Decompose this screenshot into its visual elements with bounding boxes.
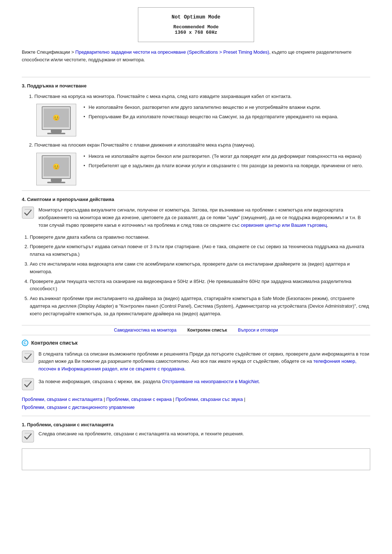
section4-list: Проверете дали двата кабела са правилно …	[22, 234, 370, 318]
section4-list-item-4: Проверете дали текущата честота на скани…	[30, 278, 370, 293]
bullet-item: Не използвайте бензол, разтворител или д…	[83, 104, 338, 111]
section4-list-item-2: Проверете дали компютърът издава сигнал …	[30, 243, 370, 258]
tab-qa[interactable]: Въпроси и отговори	[238, 328, 278, 333]
bullet-item: Препоръчваме Ви да използвате почистващо…	[83, 113, 338, 120]
info-block-2-icon	[22, 378, 34, 390]
intro-text: Вижте Спецификации > Предварително задад…	[22, 49, 370, 70]
section3-item2: 2.Почистване на плоския екран Почиствайт…	[22, 141, 370, 185]
monitor-warning-box: Not Optimum Mode Recommended Mode 1360 x…	[138, 7, 254, 42]
info-block-1: В следната таблица са описани възможните…	[22, 350, 370, 373]
bullet-item: Потребителят ще е задължен да плати всич…	[83, 162, 363, 169]
section3-item2-bullets: Никога не използвайте ацетон бензол или …	[83, 153, 363, 171]
monitor-warning-title: Not Optimum Mode	[160, 14, 232, 20]
install-problems-section: 1. Проблеми, свързани с инсталацията Сле…	[22, 422, 370, 443]
section4-heading: 4. Симптоми и препоръчани действияа	[22, 197, 370, 202]
section-divider-2	[22, 190, 370, 191]
remote-problems-link[interactable]: Проблеми, свързани с дистанционното упра…	[22, 405, 135, 410]
links-row: Проблеми, свързани с инсталацията | Проб…	[22, 395, 370, 411]
bullet-item: Никога не използвайте ацетон бензол или …	[83, 153, 363, 160]
preset-timing-link[interactable]: Предварително зададени честоти на опресн…	[75, 49, 269, 55]
section3: 3. Поддръжка и почистване 1.Почистване н…	[22, 83, 370, 186]
control-list-section: C Контролен списък В следната таблица са…	[22, 340, 370, 443]
monitor-image-2: 😊	[36, 153, 76, 185]
section4-intro-block: Мониторът пресъздава визуалните сигнали,…	[22, 206, 370, 229]
section4: 4. Симптоми и препоръчани действияа Мони…	[22, 197, 370, 317]
svg-rect-2	[22, 351, 34, 362]
install-problems-heading: 1. Проблеми, свързани с инсталацията	[22, 422, 370, 427]
svg-rect-0	[22, 207, 34, 218]
control-list-header: C Контролен списък	[22, 340, 370, 346]
section4-list-item-5: Ако възникнат проблеми при инсталирането…	[30, 295, 370, 317]
control-list-title: Контролен списък	[31, 340, 78, 346]
section3-item1-text: 1.Почистване на корпуса на монитора. Поч…	[29, 93, 370, 100]
section3-heading: 3. Поддръжка и почистване	[22, 83, 370, 89]
checkmark-svg	[22, 206, 34, 219]
section4-intro-text: Мониторът пресъздава визуалните сигнали,…	[38, 206, 370, 229]
section4-list-item-1: Проверете дали двата кабела са правилно …	[30, 234, 370, 241]
section4-icon	[22, 206, 34, 219]
install-icon	[22, 430, 34, 443]
install-problems-info: Следва описание на проблемите, свързани …	[22, 430, 370, 443]
install-problems-link[interactable]: Проблеми, свързани с инсталацията	[22, 397, 102, 402]
service-center-link[interactable]: сервизния център или Вашия търговец	[241, 222, 327, 228]
section3-item1-bullets: Не използвайте бензол, разтворител или д…	[83, 104, 338, 122]
monitor-warning-container: Not Optimum Mode Recommended Mode 1360 x…	[22, 7, 370, 42]
info-block-2: За повече информация, свързана с мрежи, …	[22, 378, 370, 390]
section3-item2-text: 2.Почистване на плоския екран Почиствайт…	[29, 141, 370, 149]
monitor-recommended-mode: Recommended Mode 1360 x 768 60Hz	[160, 24, 232, 35]
screen-problems-link[interactable]: Проблеми, свързани с екрана	[106, 397, 172, 402]
svg-rect-6	[22, 431, 34, 442]
info-block-2-text: За повече информация, свързана с мрежи, …	[38, 378, 260, 386]
sound-problems-link[interactable]: Проблеми, свързани със звука	[176, 397, 243, 402]
install-problems-text: Следва описание на проблемите, свързани …	[38, 430, 244, 438]
section4-list-item-3: Ако сте инсталирали нова видеокарта или …	[30, 260, 370, 276]
section3-item1-content: 😊 Не използвайте бензол, разтворител или…	[36, 104, 370, 136]
section-divider-3	[22, 416, 370, 416]
nav-tabs-row: Самодиагностика на монитора Контролен сп…	[22, 325, 370, 335]
section3-item2-content: 😊 Никога не използвайте ацетон бензол ил…	[36, 153, 370, 185]
section-divider-1	[22, 77, 370, 77]
svg-rect-4	[22, 378, 34, 390]
tab-control-list[interactable]: Контролен списък	[187, 328, 227, 333]
section3-item1: 1.Почистване на корпуса на монитора. Поч…	[22, 93, 370, 137]
tab-self-diagnostics[interactable]: Самодиагностика на монитора	[114, 328, 176, 333]
samsung-c-icon: C	[22, 340, 28, 346]
info-block-1-icon	[22, 350, 34, 363]
bottom-box	[22, 448, 370, 470]
monitor-image-1: 😊	[36, 104, 76, 136]
info-block-1-text: В следната таблица са описани възможните…	[38, 350, 370, 373]
magicnet-link[interactable]: Отстраняване на неизправности в MagicNet	[162, 379, 258, 384]
page-wrapper: Not Optimum Mode Recommended Mode 1360 x…	[0, 0, 392, 477]
